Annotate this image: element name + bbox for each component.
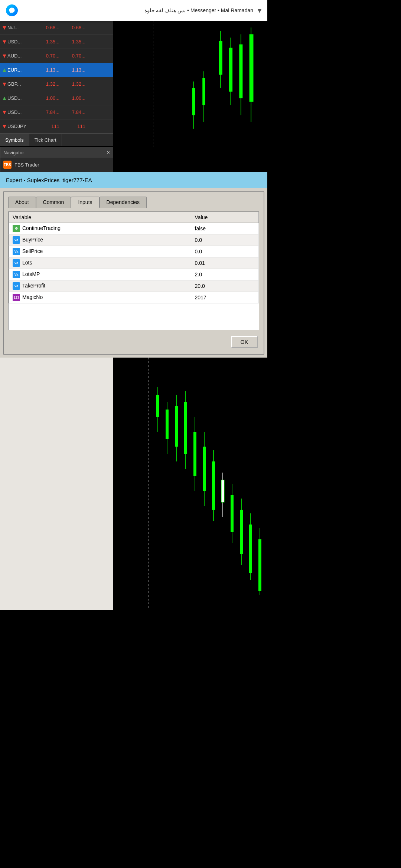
arrow-down-icon: ▼ (1, 109, 7, 116)
symbol-row[interactable]: ▲ USD... 1.00... 1.00... (0, 91, 113, 105)
table-row[interactable]: VaTakeProfit20.0 (9, 280, 259, 292)
inputs-table-container: Variable Value ⚙ContinueTradingfalseVaBu… (8, 211, 259, 330)
svg-rect-25 (203, 447, 206, 491)
arrow-down-icon: ▼ (1, 123, 7, 130)
expert-title-bar: Expert - SuplexPrices_tiger777-EA (0, 172, 267, 188)
messenger-notification[interactable]: Messenger • Mai Ramadan • بس هنلف لفه حل… (0, 0, 267, 21)
variable-cell: VaBuyPrice (9, 234, 191, 246)
tab-dependencies[interactable]: Dependencies (100, 197, 147, 208)
symbol-name: USD... (7, 39, 33, 45)
variable-cell: VaTakeProfit (9, 280, 191, 292)
dialog-box: About Common Inputs Dependencies Variabl… (3, 191, 264, 355)
value-cell: 2017 (191, 292, 258, 303)
svg-rect-23 (193, 432, 196, 476)
variable-cell: 123MagicNo (9, 292, 191, 303)
symbol-name: GBP... (7, 81, 33, 87)
table-row[interactable]: 123MagicNo2017 (9, 292, 259, 303)
variable-name: BuyPrice (22, 237, 43, 243)
variable-cell: ⚙ContinueTrading (9, 223, 191, 234)
arrow-down-icon: ▼ (1, 24, 7, 31)
tab-about[interactable]: About (8, 197, 36, 208)
dialog-tabs: About Common Inputs Dependencies (8, 197, 259, 208)
table-row[interactable]: VaLotsMP2.0 (9, 269, 259, 280)
svg-rect-6 (239, 45, 242, 98)
value-cell: 20.0 (191, 280, 258, 292)
tab-common[interactable]: Common (36, 197, 71, 208)
table-row[interactable]: VaSellPrice0.0 (9, 246, 259, 257)
symbol-price1: 1.00... (33, 95, 59, 101)
value-cell: false (191, 223, 258, 234)
variable-name: LotsMP (22, 271, 40, 277)
top-panel: ▼ N/J... 0.68... 0.68... ▼ USD... 1.35..… (0, 21, 267, 147)
val-icon: Va (13, 259, 20, 267)
table-empty-area (9, 303, 259, 326)
tab-inputs[interactable]: Inputs (71, 197, 99, 208)
table-row[interactable]: ⚙ContinueTradingfalse (9, 223, 259, 234)
symbol-price2: 1.32... (59, 81, 85, 87)
table-row[interactable]: VaLots0.01 (9, 257, 259, 269)
symbol-price1: 111 (33, 124, 59, 129)
symbol-row[interactable]: ▼ USD... 1.35... 1.35... (0, 35, 113, 49)
val-icon: Va (13, 282, 20, 290)
symbol-price1: 0.68... (33, 25, 59, 30)
symbol-name: USD... (7, 109, 33, 115)
num-icon: 123 (13, 294, 20, 301)
bottom-chart (0, 358, 267, 610)
svg-rect-37 (258, 539, 261, 591)
messenger-chevron-icon[interactable]: ▾ (258, 6, 261, 15)
inputs-table: Variable Value ⚙ContinueTradingfalseVaBu… (9, 212, 259, 303)
arrow-down-icon: ▼ (1, 81, 7, 88)
top-chart (113, 21, 267, 147)
symbol-price2: 1.35... (59, 39, 85, 45)
variable-name: SellPrice (22, 248, 43, 254)
svg-rect-19 (175, 406, 178, 447)
variable-name: Lots (22, 260, 32, 266)
value-cell: 0.0 (191, 234, 258, 246)
symbol-row[interactable]: ▼ N/J... 0.68... 0.68... (0, 21, 113, 35)
table-row[interactable]: VaBuyPrice0.0 (9, 234, 259, 246)
symbol-row-selected[interactable]: ▲ EUR... 1.13... 1.13... (0, 63, 113, 77)
chart-background-right (113, 147, 267, 172)
navigator-panel: Navigator × FBS FBS Trader (0, 147, 113, 172)
arrow-down-icon: ▼ (1, 39, 7, 45)
symbol-row[interactable]: ▼ GBP... 1.32... 1.32... (0, 77, 113, 91)
svg-rect-33 (240, 510, 243, 554)
tab-tick-chart[interactable]: Tick Chart (29, 134, 62, 146)
svg-rect-27 (212, 461, 215, 510)
ok-button[interactable]: OK (231, 336, 258, 348)
symbol-row[interactable]: ▼ USDJPY 111 111 (0, 119, 113, 134)
bottom-left-panel (0, 358, 113, 610)
symbol-price2: 0.70... (59, 53, 85, 59)
svg-rect-21 (184, 402, 187, 454)
bottom-right-chart (113, 358, 267, 610)
symbols-tabs: Symbols Tick Chart (0, 134, 113, 146)
variable-name: TakeProfit (22, 283, 45, 289)
navigator-title-bar: Navigator × (0, 147, 113, 158)
svg-rect-12 (192, 88, 195, 115)
variable-cell: VaLots (9, 257, 191, 269)
fbs-trader-icon: FBS (3, 161, 12, 169)
tab-symbols[interactable]: Symbols (0, 134, 29, 146)
svg-rect-31 (231, 495, 234, 532)
symbol-price1: 0.70... (33, 53, 59, 59)
value-cell: 0.01 (191, 257, 258, 269)
navigator-close-button[interactable]: × (107, 149, 110, 155)
svg-rect-29 (221, 480, 224, 502)
svg-rect-35 (249, 525, 252, 573)
symbol-row[interactable]: ▼ AUD... 0.70... 0.70... (0, 49, 113, 63)
dialog-container: About Common Inputs Dependencies Variabl… (0, 188, 267, 358)
value-cell: 2.0 (191, 269, 258, 280)
symbol-row[interactable]: ▼ USD... 7.84... 7.84... (0, 105, 113, 119)
symbols-panel: ▼ N/J... 0.68... 0.68... ▼ USD... 1.35..… (0, 21, 113, 134)
variable-cell: VaLotsMP (9, 269, 191, 280)
symbol-name: AUD... (7, 53, 33, 59)
svg-rect-8 (250, 34, 254, 102)
navigator-content: FBS FBS Trader (0, 158, 113, 172)
symbol-name: USD... (7, 95, 33, 101)
svg-rect-17 (166, 410, 169, 439)
symbol-name: N/J... (7, 25, 33, 30)
symbol-price2: 7.84... (59, 109, 85, 115)
variable-cell: VaSellPrice (9, 246, 191, 257)
navigator-item-label: FBS Trader (14, 162, 39, 168)
val-icon: Va (13, 236, 20, 244)
